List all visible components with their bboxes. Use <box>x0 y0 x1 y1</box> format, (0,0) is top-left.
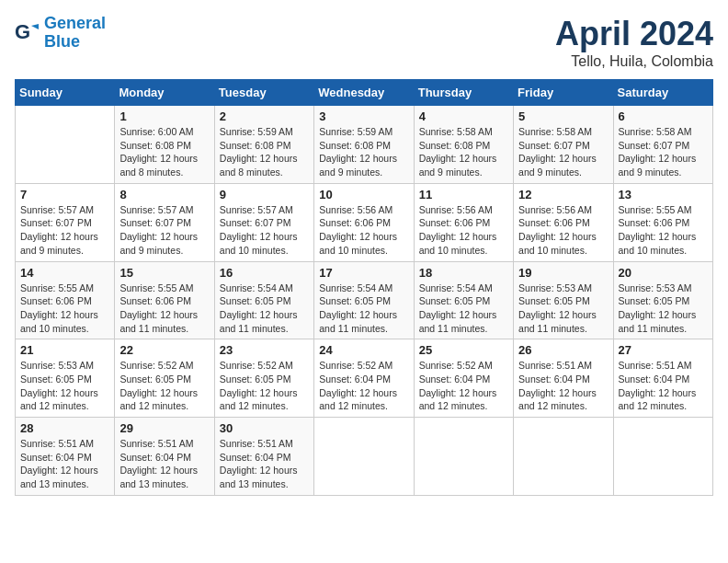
day-info: Sunrise: 5:57 AM Sunset: 6:07 PM Dayligh… <box>20 203 109 258</box>
calendar-cell: 9Sunrise: 5:57 AM Sunset: 6:07 PM Daylig… <box>214 183 313 261</box>
calendar-week-1: 1Sunrise: 6:00 AM Sunset: 6:08 PM Daylig… <box>16 106 713 184</box>
calendar-cell: 20Sunrise: 5:53 AM Sunset: 6:05 PM Dayli… <box>613 261 712 339</box>
calendar-cell: 22Sunrise: 5:52 AM Sunset: 6:05 PM Dayli… <box>115 339 214 418</box>
calendar-cell: 24Sunrise: 5:52 AM Sunset: 6:04 PM Dayli… <box>314 339 414 418</box>
day-info: Sunrise: 5:53 AM Sunset: 6:05 PM Dayligh… <box>20 359 109 413</box>
column-header-saturday: Saturday <box>613 80 712 106</box>
day-info: Sunrise: 5:54 AM Sunset: 6:05 PM Dayligh… <box>419 282 508 336</box>
day-info: Sunrise: 5:57 AM Sunset: 6:07 PM Dayligh… <box>220 203 309 258</box>
calendar-cell: 7Sunrise: 5:57 AM Sunset: 6:07 PM Daylig… <box>16 183 115 261</box>
calendar-title: April 2024 <box>555 15 713 53</box>
svg-marker-1 <box>31 24 39 29</box>
day-number: 16 <box>220 266 309 280</box>
calendar-cell <box>16 106 115 184</box>
day-number: 19 <box>518 266 608 280</box>
day-number: 7 <box>20 188 109 201</box>
day-info: Sunrise: 5:53 AM Sunset: 6:05 PM Dayligh… <box>518 282 608 336</box>
day-info: Sunrise: 5:57 AM Sunset: 6:07 PM Dayligh… <box>119 203 209 258</box>
calendar-cell <box>514 418 613 496</box>
day-number: 10 <box>319 188 408 201</box>
day-info: Sunrise: 5:52 AM Sunset: 6:04 PM Dayligh… <box>419 359 508 413</box>
day-number: 25 <box>419 343 508 357</box>
calendar-cell: 28Sunrise: 5:51 AM Sunset: 6:04 PM Dayli… <box>16 418 115 496</box>
calendar-cell: 5Sunrise: 5:58 AM Sunset: 6:07 PM Daylig… <box>514 106 613 184</box>
calendar-cell <box>414 418 513 496</box>
calendar-cell: 15Sunrise: 5:55 AM Sunset: 6:06 PM Dayli… <box>115 261 214 339</box>
calendar-week-2: 7Sunrise: 5:57 AM Sunset: 6:07 PM Daylig… <box>16 183 713 261</box>
calendar-cell: 18Sunrise: 5:54 AM Sunset: 6:05 PM Dayli… <box>414 261 513 339</box>
calendar-cell: 1Sunrise: 6:00 AM Sunset: 6:08 PM Daylig… <box>115 106 214 184</box>
calendar-cell: 4Sunrise: 5:58 AM Sunset: 6:08 PM Daylig… <box>414 106 513 184</box>
day-info: Sunrise: 5:59 AM Sunset: 6:08 PM Dayligh… <box>319 125 408 179</box>
calendar-subtitle: Tello, Huila, Colombia <box>555 53 713 70</box>
day-number: 20 <box>619 266 708 280</box>
day-info: Sunrise: 5:56 AM Sunset: 6:06 PM Dayligh… <box>518 203 608 258</box>
day-number: 24 <box>319 343 408 357</box>
day-info: Sunrise: 5:52 AM Sunset: 6:05 PM Dayligh… <box>220 359 309 413</box>
day-number: 23 <box>220 343 309 357</box>
calendar-cell: 14Sunrise: 5:55 AM Sunset: 6:06 PM Dayli… <box>16 261 115 339</box>
column-header-sunday: Sunday <box>16 80 115 106</box>
day-number: 8 <box>119 188 209 201</box>
day-info: Sunrise: 5:58 AM Sunset: 6:07 PM Dayligh… <box>518 125 608 179</box>
calendar-cell: 16Sunrise: 5:54 AM Sunset: 6:05 PM Dayli… <box>214 261 313 339</box>
day-number: 11 <box>419 188 508 201</box>
calendar-cell: 27Sunrise: 5:51 AM Sunset: 6:04 PM Dayli… <box>613 339 712 418</box>
day-number: 30 <box>220 421 309 435</box>
day-number: 12 <box>518 188 608 201</box>
day-number: 14 <box>20 266 109 280</box>
calendar-cell: 30Sunrise: 5:51 AM Sunset: 6:04 PM Dayli… <box>214 418 313 496</box>
day-info: Sunrise: 5:55 AM Sunset: 6:06 PM Dayligh… <box>20 282 109 336</box>
day-number: 21 <box>20 343 109 357</box>
day-info: Sunrise: 5:52 AM Sunset: 6:05 PM Dayligh… <box>119 359 209 413</box>
day-number: 28 <box>20 421 109 435</box>
calendar-cell: 10Sunrise: 5:56 AM Sunset: 6:06 PM Dayli… <box>314 183 414 261</box>
day-info: Sunrise: 5:55 AM Sunset: 6:06 PM Dayligh… <box>619 203 708 258</box>
day-number: 27 <box>619 343 708 357</box>
day-info: Sunrise: 5:59 AM Sunset: 6:08 PM Dayligh… <box>220 125 309 179</box>
calendar-cell: 6Sunrise: 5:58 AM Sunset: 6:07 PM Daylig… <box>613 106 712 184</box>
day-info: Sunrise: 5:53 AM Sunset: 6:05 PM Dayligh… <box>619 282 708 336</box>
calendar-cell: 8Sunrise: 5:57 AM Sunset: 6:07 PM Daylig… <box>115 183 214 261</box>
calendar-cell: 19Sunrise: 5:53 AM Sunset: 6:05 PM Dayli… <box>514 261 613 339</box>
calendar-table: SundayMondayTuesdayWednesdayThursdayFrid… <box>15 79 713 496</box>
day-number: 1 <box>119 109 209 123</box>
day-info: Sunrise: 5:52 AM Sunset: 6:04 PM Dayligh… <box>319 359 408 413</box>
calendar-header-row: SundayMondayTuesdayWednesdayThursdayFrid… <box>16 80 713 106</box>
calendar-week-3: 14Sunrise: 5:55 AM Sunset: 6:06 PM Dayli… <box>16 261 713 339</box>
column-header-tuesday: Tuesday <box>214 80 313 106</box>
calendar-cell <box>314 418 414 496</box>
calendar-cell: 25Sunrise: 5:52 AM Sunset: 6:04 PM Dayli… <box>414 339 513 418</box>
calendar-cell: 13Sunrise: 5:55 AM Sunset: 6:06 PM Dayli… <box>613 183 712 261</box>
calendar-cell: 29Sunrise: 5:51 AM Sunset: 6:04 PM Dayli… <box>115 418 214 496</box>
title-area: April 2024 Tello, Huila, Colombia <box>555 15 713 70</box>
day-info: Sunrise: 5:51 AM Sunset: 6:04 PM Dayligh… <box>619 359 708 413</box>
day-number: 2 <box>220 109 309 123</box>
day-info: Sunrise: 5:51 AM Sunset: 6:04 PM Dayligh… <box>518 359 608 413</box>
day-info: Sunrise: 5:54 AM Sunset: 6:05 PM Dayligh… <box>319 282 408 336</box>
day-info: Sunrise: 5:58 AM Sunset: 6:07 PM Dayligh… <box>619 125 708 179</box>
logo-icon: G <box>15 20 40 46</box>
day-info: Sunrise: 5:51 AM Sunset: 6:04 PM Dayligh… <box>119 437 209 491</box>
calendar-cell: 17Sunrise: 5:54 AM Sunset: 6:05 PM Dayli… <box>314 261 414 339</box>
calendar-cell <box>613 418 712 496</box>
day-number: 4 <box>419 109 508 123</box>
column-header-thursday: Thursday <box>414 80 513 106</box>
column-header-wednesday: Wednesday <box>314 80 414 106</box>
day-number: 3 <box>319 109 408 123</box>
header: G GeneralBlue April 2024 Tello, Huila, C… <box>15 15 713 70</box>
calendar-cell: 26Sunrise: 5:51 AM Sunset: 6:04 PM Dayli… <box>514 339 613 418</box>
day-info: Sunrise: 5:58 AM Sunset: 6:08 PM Dayligh… <box>419 125 508 179</box>
day-info: Sunrise: 5:56 AM Sunset: 6:06 PM Dayligh… <box>319 203 408 258</box>
day-number: 22 <box>119 343 209 357</box>
day-number: 13 <box>619 188 708 201</box>
day-info: Sunrise: 5:54 AM Sunset: 6:05 PM Dayligh… <box>220 282 309 336</box>
column-header-monday: Monday <box>115 80 214 106</box>
day-info: Sunrise: 5:55 AM Sunset: 6:06 PM Dayligh… <box>119 282 209 336</box>
day-number: 29 <box>119 421 209 435</box>
calendar-week-4: 21Sunrise: 5:53 AM Sunset: 6:05 PM Dayli… <box>16 339 713 418</box>
svg-text:G: G <box>15 20 30 43</box>
day-number: 26 <box>518 343 608 357</box>
day-number: 9 <box>220 188 309 201</box>
calendar-body: 1Sunrise: 6:00 AM Sunset: 6:08 PM Daylig… <box>16 106 713 496</box>
